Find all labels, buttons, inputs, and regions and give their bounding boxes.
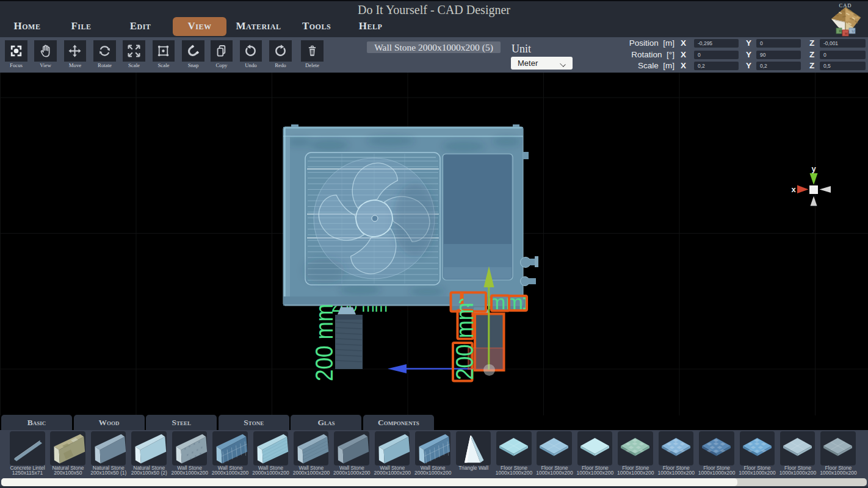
- svg-text:200 mm: 200 mm: [311, 304, 338, 381]
- svg-text:R: R: [839, 29, 842, 33]
- svg-text:U: U: [852, 29, 855, 33]
- svg-text:x: x: [791, 185, 796, 194]
- svg-text:y: y: [811, 164, 816, 173]
- svg-text:200 mm: 200 mm: [451, 303, 478, 380]
- svg-text:H: H: [845, 32, 847, 35]
